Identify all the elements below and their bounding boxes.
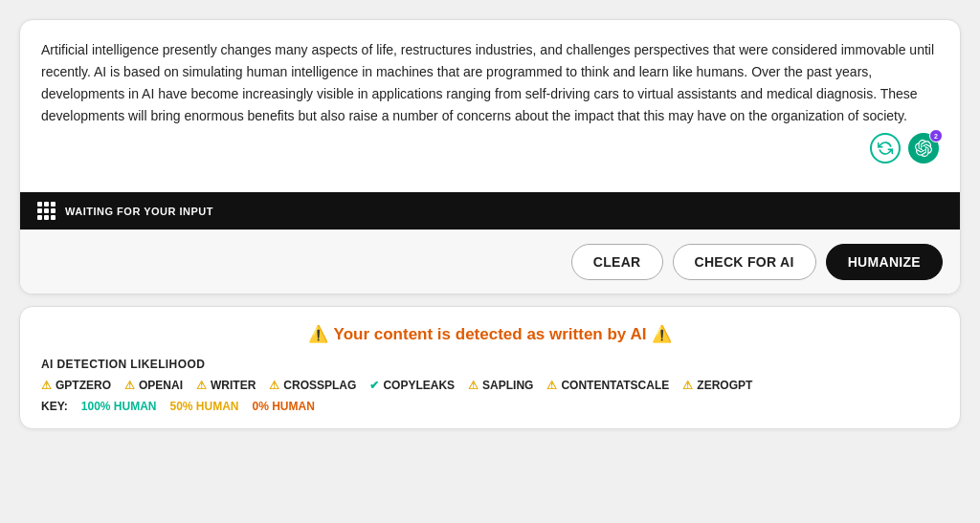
key-0-human: 0% HUMAN [252, 400, 314, 413]
chatgpt-icon-button[interactable]: 2 [908, 133, 939, 163]
detector-openai: ⚠ OPENAI [124, 379, 183, 392]
icon-row: 2 [41, 127, 939, 167]
result-section: ⚠️ Your content is detected as written b… [19, 306, 961, 429]
key-100-human: 100% HUMAN [81, 400, 157, 413]
detector-writer: ⚠ WRITER [196, 379, 256, 392]
warning-icon-left: ⚠️ [308, 324, 328, 344]
detector-name-sapling: SAPLING [482, 379, 533, 392]
warn-icon-contentatscale: ⚠ [546, 379, 557, 392]
detectors-row: ⚠ GPTZERO ⚠ OPENAI ⚠ WRITER ⚠ CROSSPLAG … [41, 379, 939, 392]
detector-copyleaks: ✔ COPYLEAKS [369, 379, 455, 392]
warn-icon-zerogpt: ⚠ [682, 379, 693, 392]
detector-zerogpt: ⚠ ZEROGPT [682, 379, 752, 392]
main-card: Artificial intelligence presently change… [19, 19, 961, 294]
detector-name-zerogpt: ZEROGPT [697, 379, 752, 392]
warn-icon-sapling: ⚠ [468, 379, 479, 392]
detection-likelihood-label: AI DETECTION LIKELIHOOD [41, 358, 939, 371]
detector-name-writer: WRITER [211, 379, 256, 392]
detector-name-crossplag: CROSSPLAG [283, 379, 356, 392]
detector-name-contentatscale: CONTENTATSCALE [561, 379, 669, 392]
clear-button[interactable]: CLEAR [571, 244, 663, 280]
detector-name-openai: OPENAI [139, 379, 183, 392]
detector-name-copyleaks: COPYLEAKS [383, 379, 455, 392]
grid-icon [37, 202, 56, 220]
button-row: CLEAR CHECK FOR AI HUMANIZE [20, 229, 960, 294]
warning-icon-right: ⚠️ [652, 324, 672, 344]
status-label: WAITING FOR YOUR INPUT [65, 206, 213, 217]
status-bar: WAITING FOR YOUR INPUT [20, 192, 960, 229]
text-area-section: Artificial intelligence presently change… [20, 20, 960, 192]
ai-warning-banner: ⚠️ Your content is detected as written b… [41, 324, 939, 344]
warning-text: Your content is detected as written by A… [334, 325, 647, 344]
detector-contentatscale: ⚠ CONTENTATSCALE [546, 379, 669, 392]
warn-icon-crossplag: ⚠ [269, 379, 279, 392]
key-label: KEY: [41, 400, 68, 413]
detector-name-gptzero: GPTZERO [56, 379, 111, 392]
input-text-content: Artificial intelligence presently change… [41, 39, 939, 127]
detector-sapling: ⚠ SAPLING [468, 379, 533, 392]
chatgpt-badge: 2 [929, 129, 943, 142]
warn-icon-openai: ⚠ [124, 379, 135, 392]
warn-icon-gptzero: ⚠ [41, 379, 52, 392]
ok-icon-copyleaks: ✔ [369, 379, 379, 392]
key-row: KEY: 100% HUMAN 50% HUMAN 0% HUMAN [41, 400, 939, 413]
detector-gptzero: ⚠ GPTZERO [41, 379, 111, 392]
key-50-human: 50% HUMAN [169, 400, 238, 413]
humanize-button[interactable]: HUMANIZE [826, 244, 943, 280]
check-for-ai-button[interactable]: CHECK FOR AI [673, 244, 816, 280]
warn-icon-writer: ⚠ [196, 379, 207, 392]
recycle-icon-button[interactable] [870, 133, 901, 163]
detector-crossplag: ⚠ CROSSPLAG [269, 379, 356, 392]
